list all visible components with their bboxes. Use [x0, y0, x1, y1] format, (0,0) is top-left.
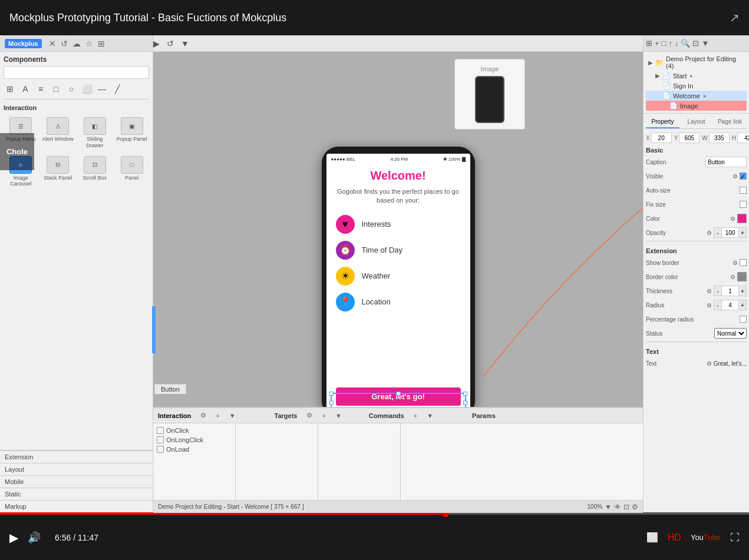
radius-plus[interactable]: + [738, 300, 747, 310]
phone-screen: ●●●●● BEL 4:20 PM ✱ 100% ▇ Welcome! Gogo… [326, 154, 470, 410]
h-input[interactable] [737, 132, 749, 143]
grid-icon[interactable]: ⊞ [4, 82, 17, 95]
add-icon[interactable]: + [655, 39, 659, 48]
text-icon[interactable]: A [19, 82, 32, 95]
border-color-swatch[interactable] [737, 272, 747, 281]
tree-project[interactable]: ▶ 📁 Demo Project for Editing (4) [646, 54, 747, 71]
status-bar: Demo Project for Editing - Start - Welco… [153, 500, 643, 513]
grid-view-icon[interactable]: ⊞ [646, 39, 652, 48]
tree-signin[interactable]: 📄 Sign In [646, 81, 747, 91]
static-section[interactable]: Static [0, 488, 153, 500]
w-input[interactable] [709, 132, 730, 143]
refresh-icon[interactable]: ↺ [61, 39, 68, 48]
play-icon[interactable]: ▶ [153, 39, 160, 48]
opacity-minus[interactable]: - [714, 227, 722, 238]
tree-start[interactable]: ▶ 📄 Start ▸ [646, 71, 747, 81]
star-icon[interactable]: ☆ [85, 39, 93, 48]
tree-welcome[interactable]: 📄 Welcome ▸ [646, 91, 747, 101]
thickness-minus[interactable]: - [714, 286, 722, 296]
caption-label: Caption [646, 159, 666, 165]
fullscreen-video-icon[interactable]: ⛶ [730, 532, 740, 543]
radius-row: Radius ⚙ - 4 + [646, 299, 747, 311]
tab-layout[interactable]: Layout [679, 116, 713, 128]
radius-minus[interactable]: - [714, 300, 722, 310]
opacity-plus[interactable]: + [738, 227, 747, 238]
settings-targets-icon[interactable]: ⚙ [306, 412, 312, 419]
settings-icon[interactable]: ⚙ [200, 412, 206, 419]
search-input[interactable] [4, 66, 149, 79]
up-icon[interactable]: ↑ [668, 39, 672, 48]
color-link-icon[interactable]: ⚙ [730, 216, 735, 222]
layout-icon[interactable]: ⊞ [98, 39, 105, 48]
add-targets-icon[interactable]: + [322, 412, 325, 419]
time-separator: / [73, 533, 78, 542]
pct-radius-checkbox[interactable] [740, 316, 747, 323]
visible-checkbox[interactable]: ✓ [740, 173, 747, 180]
onclick-item: OnClick [157, 427, 232, 434]
tree-image[interactable]: 📄 Image [646, 101, 747, 111]
add-interaction-icon[interactable]: + [216, 412, 219, 419]
extension-section[interactable]: Extension [0, 450, 153, 463]
sliding-drawer-comp[interactable]: ◧ Sliding Drawer [78, 115, 113, 151]
color-swatch[interactable] [737, 214, 747, 223]
markup-section[interactable]: Markup [0, 500, 153, 512]
thickness-plus[interactable]: + [738, 286, 747, 296]
fixsize-checkbox[interactable] [740, 201, 747, 208]
link-icon[interactable]: ⚙ [732, 173, 738, 180]
refresh-canvas-icon[interactable]: ↺ [167, 39, 174, 48]
close-icon[interactable]: ✕ [49, 39, 56, 48]
zoom-dropdown-icon[interactable]: ▼ [605, 503, 612, 511]
mobile-section[interactable]: Mobile [0, 475, 153, 488]
fullscreen-icon[interactable]: ⊡ [623, 503, 629, 511]
status-right: ✱ 100% ▇ [443, 157, 466, 162]
caption-input[interactable] [705, 157, 747, 167]
stack-panel-comp[interactable]: ⊟ Stack Panel [41, 154, 75, 190]
onload-checkbox[interactable] [157, 446, 164, 453]
volume-button[interactable]: 🔊 [28, 531, 41, 544]
menu-icon[interactable]: ▼ [181, 39, 189, 48]
x-input[interactable] [651, 132, 672, 143]
zoom-icon[interactable]: 🔍 [681, 39, 690, 48]
panel-comp[interactable]: □ Panel [114, 154, 149, 190]
time-display: 6:56 / 11:47 [55, 533, 98, 542]
chevron-icon[interactable]: ▼ [229, 412, 236, 419]
text-block-icon[interactable]: ≡ [34, 82, 47, 95]
rect-icon[interactable]: □ [50, 82, 62, 95]
tab-pagelink[interactable]: Page link [713, 116, 747, 128]
status-select[interactable]: Normal [714, 328, 747, 339]
popup-panel-comp[interactable]: ▣ Popup Panel [114, 115, 149, 151]
share-icon[interactable]: ↗ [730, 11, 740, 25]
subtitles-icon[interactable]: ⬜ [646, 532, 658, 543]
onclick-checkbox[interactable] [157, 427, 164, 434]
scroll-box-comp[interactable]: ⊡ Scroll Box [78, 154, 113, 190]
prop-tabs: Property Layout Page link [646, 116, 747, 129]
line-icon[interactable]: — [95, 82, 108, 95]
cloud-icon[interactable]: ☁ [72, 39, 81, 48]
view-icon[interactable]: 👁 [614, 503, 621, 511]
alert-window-comp[interactable]: ⚠ Alert Window [41, 115, 75, 151]
onlongclick-checkbox[interactable] [157, 436, 164, 443]
chevron-targets-icon[interactable]: ▼ [335, 412, 342, 419]
page-icon[interactable]: □ [662, 39, 666, 48]
down-icon[interactable]: ↓ [675, 39, 679, 48]
play-button[interactable]: ▶ [9, 531, 18, 545]
cursor-icon[interactable]: ╱ [111, 82, 124, 95]
show-border-checkbox[interactable] [740, 259, 747, 266]
params-col [401, 423, 643, 501]
more-icon[interactable]: ▼ [701, 39, 709, 48]
cta-button[interactable]: Great, let's go! [336, 387, 461, 406]
settings-status-icon[interactable]: ⚙ [632, 503, 638, 511]
youtube-logo: YouTube [691, 533, 721, 542]
zoom-percent-icon[interactable]: ⊡ [692, 39, 699, 48]
add-commands-icon[interactable]: + [414, 412, 417, 419]
image-icon[interactable]: ⬜ [80, 82, 93, 95]
text-label: Text [646, 360, 656, 367]
tab-property[interactable]: Property [646, 116, 679, 128]
y-input[interactable] [679, 132, 699, 143]
oval-icon[interactable]: ○ [65, 82, 78, 95]
vertical-bar [152, 306, 156, 353]
layout-section[interactable]: Layout [0, 463, 153, 475]
chevron-commands-icon[interactable]: ▼ [427, 412, 433, 419]
opacity-link-icon[interactable]: ⚙ [707, 230, 712, 236]
autosize-checkbox[interactable] [740, 187, 747, 194]
